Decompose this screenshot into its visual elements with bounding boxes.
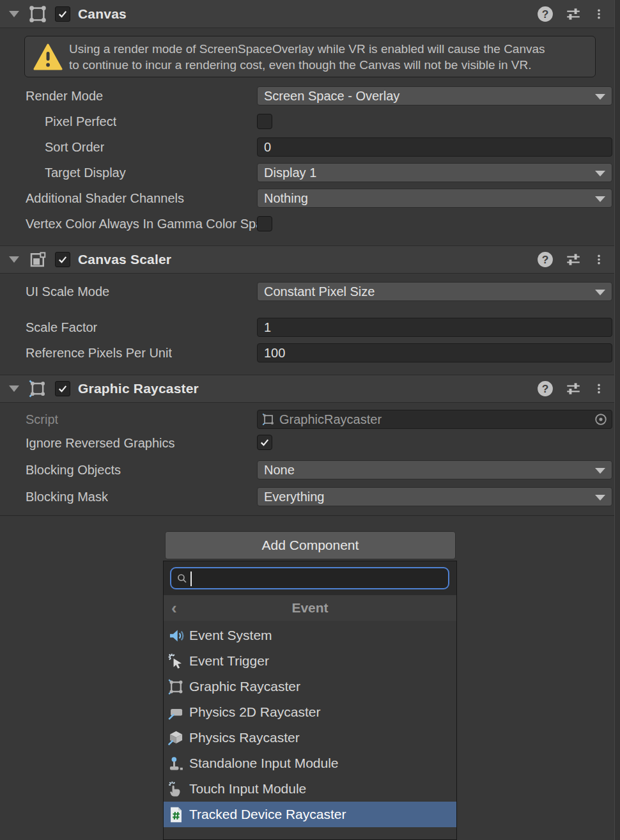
component-title: Canvas <box>78 6 127 22</box>
component-menu-item[interactable]: Event System <box>164 623 456 648</box>
blocking-mask-dropdown[interactable]: Everything <box>257 487 612 506</box>
reference-pixels-per-unit-label: Reference Pixels Per Unit <box>26 343 172 362</box>
component-menu-item-label: Physics 2D Raycaster <box>189 704 320 720</box>
touch-input-module-icon <box>167 781 185 798</box>
additional-shader-channels-label: Additional Shader Channels <box>26 189 184 208</box>
reference-pixels-per-unit-field[interactable]: 100 <box>257 343 612 362</box>
scale-factor-field[interactable]: 1 <box>257 318 612 337</box>
component-menu-item[interactable]: Event Trigger <box>164 648 456 674</box>
vertex-color-gamma-label: Vertex Color Always In Gamma Color Space <box>26 214 257 233</box>
graphic-raycaster-icon <box>261 412 275 426</box>
section-divider <box>0 515 615 516</box>
component-menu-item[interactable]: Physics Raycaster <box>164 725 456 751</box>
component-menu-list: Event SystemEvent TriggerGraphic Raycast… <box>164 623 456 827</box>
svg-text:?: ? <box>542 253 549 266</box>
add-component-button[interactable]: Add Component <box>165 531 456 559</box>
pixel-perfect-label: Pixel Perfect <box>45 112 116 131</box>
component-menu-item[interactable]: Standalone Input Module <box>164 751 456 776</box>
presets-icon[interactable] <box>565 251 582 268</box>
component-menu-item[interactable]: Touch Input Module <box>164 776 456 802</box>
component-menu-item-label: Graphic Raycaster <box>189 679 300 694</box>
chevron-down-icon <box>595 196 605 202</box>
target-display-dropdown[interactable]: Display 1 <box>257 163 612 182</box>
foldout-arrow-icon[interactable] <box>9 256 19 263</box>
graphic-raycaster-enabled-checkbox[interactable] <box>55 381 70 396</box>
search-icon <box>176 573 188 584</box>
kebab-menu-icon[interactable] <box>593 380 605 397</box>
component-menu-item-label: Event System <box>189 628 272 643</box>
foldout-arrow-icon[interactable] <box>9 11 19 17</box>
graphic-raycaster-icon <box>28 379 47 398</box>
ui-scale-mode-label: UI Scale Mode <box>26 282 109 301</box>
ignore-reversed-graphics-checkbox[interactable] <box>257 435 272 450</box>
component-search-input[interactable] <box>190 572 448 586</box>
standalone-input-module-icon <box>167 755 185 772</box>
canvas-icon <box>28 4 47 24</box>
render-mode-dropdown[interactable]: Screen Space - Overlay <box>257 86 612 105</box>
script-label: Script <box>26 410 58 429</box>
vr-render-mode-warning: Using a render mode of ScreenSpaceOverla… <box>24 36 596 77</box>
component-menu-item-label: Physics Raycaster <box>189 730 300 745</box>
category-title: Event <box>291 600 328 616</box>
object-picker-icon[interactable] <box>594 412 608 426</box>
sort-order-label: Sort Order <box>45 137 104 157</box>
add-component-popup: ‹ Event Event SystemEvent TriggerGraphic… <box>163 561 457 840</box>
help-icon[interactable]: ? <box>537 380 554 397</box>
graphic-raycaster-component-header[interactable]: Graphic Raycaster ? <box>0 375 615 403</box>
component-menu-item[interactable]: Tracked Device Raycaster <box>164 802 456 827</box>
chevron-down-icon <box>595 468 605 474</box>
sort-order-field[interactable]: 0 <box>257 137 612 157</box>
blocking-objects-label: Blocking Objects <box>26 460 121 479</box>
chevron-down-icon <box>595 290 605 295</box>
additional-shader-channels-dropdown[interactable]: Nothing <box>257 189 612 208</box>
target-display-label: Target Display <box>45 163 126 182</box>
ui-scale-mode-dropdown[interactable]: Constant Pixel Size <box>257 282 612 301</box>
kebab-menu-icon[interactable] <box>593 6 605 22</box>
canvas-scaler-enabled-checkbox[interactable] <box>55 252 70 267</box>
help-icon[interactable]: ? <box>537 251 554 268</box>
physics-raycaster-icon <box>167 729 185 747</box>
ignore-reversed-graphics-label: Ignore Reversed Graphics <box>26 433 174 453</box>
category-header: ‹ Event <box>164 595 456 621</box>
chevron-down-icon <box>595 171 605 176</box>
inspector-scrollbar[interactable] <box>614 0 620 840</box>
blocking-mask-label: Blocking Mask <box>26 487 108 506</box>
back-chevron-icon[interactable]: ‹ <box>171 599 183 617</box>
warning-text: Using a render mode of ScreenSpaceOverla… <box>69 41 545 73</box>
physics-2d-raycaster-icon <box>167 704 185 721</box>
event-trigger-icon <box>167 653 185 670</box>
component-title: Graphic Raycaster <box>78 381 199 396</box>
pixel-perfect-checkbox[interactable] <box>257 114 272 129</box>
component-menu-item-label: Tracked Device Raycaster <box>189 807 346 822</box>
canvas-scaler-icon <box>28 250 47 269</box>
component-menu-item[interactable]: Graphic Raycaster <box>164 674 456 699</box>
svg-text:?: ? <box>542 382 549 395</box>
canvas-component-header[interactable]: Canvas ? <box>0 0 615 28</box>
blocking-objects-dropdown[interactable]: None <box>257 460 612 479</box>
scale-factor-label: Scale Factor <box>26 318 97 337</box>
component-menu-item-label: Standalone Input Module <box>189 756 339 771</box>
component-menu-item[interactable]: Physics 2D Raycaster <box>164 699 456 725</box>
component-menu-item-label: Event Trigger <box>189 653 269 669</box>
chevron-down-icon <box>595 495 605 501</box>
component-search-box[interactable] <box>170 567 449 589</box>
presets-icon[interactable] <box>565 380 582 397</box>
text-cursor <box>190 572 192 586</box>
foldout-arrow-icon[interactable] <box>9 385 19 392</box>
component-title: Canvas Scaler <box>78 252 171 267</box>
event-system-icon <box>167 627 185 644</box>
render-mode-label: Render Mode <box>26 86 103 105</box>
script-object-field[interactable]: GraphicRaycaster <box>257 410 612 429</box>
help-icon[interactable]: ? <box>537 6 554 22</box>
chevron-down-icon <box>595 94 605 100</box>
kebab-menu-icon[interactable] <box>593 251 605 268</box>
presets-icon[interactable] <box>565 6 582 22</box>
component-menu-item-label: Touch Input Module <box>189 781 306 797</box>
warning-icon <box>33 43 63 70</box>
graphic-raycaster-icon <box>167 678 185 696</box>
csharp-script-icon <box>167 806 185 823</box>
canvas-scaler-component-header[interactable]: Canvas Scaler ? <box>0 245 615 274</box>
vertex-color-gamma-checkbox[interactable] <box>257 216 272 231</box>
canvas-enabled-checkbox[interactable] <box>55 6 70 22</box>
svg-text:?: ? <box>542 7 549 20</box>
